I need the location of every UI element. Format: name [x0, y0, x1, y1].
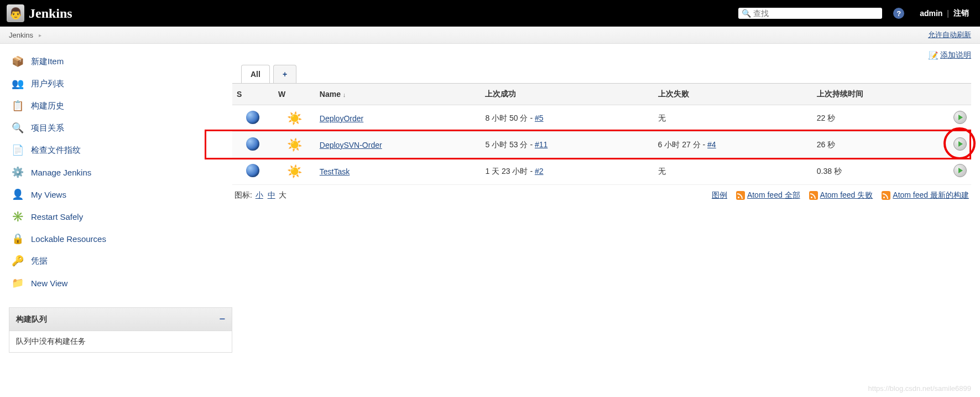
sidebar-item-2[interactable]: 📋构建历史 — [9, 95, 232, 117]
col-weather[interactable]: W — [274, 84, 315, 105]
sidebar: 📦新建Item👥用户列表📋构建历史🔍项目关系📄检查文件指纹⚙️Manage Je… — [0, 44, 232, 359]
task-label: 用户列表 — [31, 79, 64, 89]
auto-refresh-link[interactable]: 允许自动刷新 — [928, 30, 971, 40]
task-icon: 👥 — [11, 77, 24, 90]
task-label: Manage Jenkins — [31, 168, 91, 177]
sidebar-item-10[interactable]: 📁New View — [9, 272, 232, 294]
icon-size-medium[interactable]: 中 — [268, 190, 275, 199]
weather-sunny-icon[interactable]: ☀️ — [288, 112, 301, 125]
task-label: 构建历史 — [31, 101, 64, 111]
table-footer: 图标: 小 中 大 图例 Atom feed 全部 Atom feed 失败 A… — [232, 185, 971, 206]
sidebar-item-5[interactable]: ⚙️Manage Jenkins — [9, 161, 232, 183]
col-last-success[interactable]: 上次成功 — [481, 84, 653, 105]
jenkins-logo-icon: 👨 — [7, 4, 24, 22]
task-icon: 👤 — [11, 188, 24, 201]
schedule-build-button[interactable] — [953, 164, 967, 177]
col-status[interactable]: S — [232, 84, 274, 105]
status-ball-icon[interactable] — [246, 111, 259, 124]
user-link[interactable]: admin — [920, 9, 942, 18]
sidebar-item-0[interactable]: 📦新建Item — [9, 50, 232, 73]
sidebar-item-7[interactable]: ✳️Restart Safely — [9, 205, 232, 228]
rss-icon — [882, 191, 890, 200]
feed-links: 图例 Atom feed 全部 Atom feed 失败 Atom feed 最… — [712, 190, 969, 200]
build-link[interactable]: #5 — [535, 114, 544, 122]
legend-link[interactable]: 图例 — [712, 190, 727, 200]
panel-body: 队列中没有构建任务 — [9, 331, 232, 352]
rss-icon — [736, 191, 745, 200]
add-description-link[interactable]: 📝 添加说明 — [929, 50, 971, 60]
task-label: 新建Item — [31, 56, 64, 67]
job-link[interactable]: DeploySVN-Order — [320, 141, 382, 149]
task-icon: ⚙️ — [11, 166, 24, 179]
col-name[interactable]: Name ↓ — [315, 84, 481, 105]
task-icon: 🔒 — [11, 232, 24, 245]
weather-sunny-icon[interactable]: ☀️ — [288, 138, 301, 152]
icon-size-selector: 图标: 小 中 大 — [234, 190, 286, 200]
task-label: Lockable Resources — [31, 234, 106, 244]
task-label: Restart Safely — [31, 212, 83, 221]
panel-header: 构建队列 − — [9, 308, 232, 331]
task-icon: 📁 — [11, 276, 24, 290]
rss-icon — [809, 191, 818, 200]
icon-size-small[interactable]: 小 — [256, 190, 263, 199]
task-icon: 🔍 — [11, 121, 24, 135]
collapse-icon[interactable]: − — [219, 313, 225, 325]
task-icon: ✳️ — [11, 210, 24, 223]
weather-sunny-icon[interactable]: ☀️ — [288, 165, 301, 178]
logo-text: Jenkins — [29, 6, 72, 21]
col-last-failure[interactable]: 上次失败 — [654, 84, 812, 105]
main-content: 📝 添加说明 All + S W Name ↓ 上次成功 上次失败 上次持续时间 — [232, 44, 980, 359]
top-header: 👨 Jenkins 🔍 ? admin | 注销 — [0, 0, 980, 27]
sidebar-item-4[interactable]: 📄检查文件指纹 — [9, 139, 232, 161]
feed-failed[interactable]: Atom feed 失败 — [820, 190, 873, 199]
status-ball-icon[interactable] — [246, 164, 259, 177]
header-divider: | — [947, 9, 949, 18]
logout-link[interactable]: 注销 — [953, 8, 969, 18]
icon-size-large: 大 — [279, 190, 286, 199]
build-link[interactable]: #11 — [535, 140, 548, 149]
chevron-right-icon: ▸ — [39, 32, 41, 38]
sidebar-item-1[interactable]: 👥用户列表 — [9, 73, 232, 95]
build-queue-panel: 构建队列 − 队列中没有构建任务 — [9, 307, 232, 353]
task-label: New View — [31, 279, 67, 288]
feed-all[interactable]: Atom feed 全部 — [747, 190, 800, 199]
schedule-build-button[interactable] — [953, 137, 967, 151]
panel-title: 构建队列 — [16, 314, 47, 324]
sort-down-icon: ↓ — [343, 91, 346, 98]
feed-latest[interactable]: Atom feed 最新的构建 — [893, 190, 969, 199]
table-row: ☀️ TestTask 1 天 23 小时 - #2 无 0.38 秒 — [232, 158, 971, 185]
sidebar-item-3[interactable]: 🔍项目关系 — [9, 117, 232, 139]
tab-add[interactable]: + — [273, 65, 296, 83]
table-row: ☀️ DeployOrder 8 小时 50 分 - #5 无 22 秒 — [232, 105, 971, 132]
breadcrumb: Jenkins ▸ 允许自动刷新 — [0, 27, 980, 44]
search-input[interactable] — [753, 9, 879, 18]
build-link[interactable]: #2 — [535, 167, 544, 176]
add-description-label: 添加说明 — [940, 50, 971, 60]
task-label: My Views — [31, 190, 66, 199]
task-icon: 📄 — [11, 143, 24, 157]
search-box[interactable]: 🔍 — [738, 8, 882, 19]
job-table: S W Name ↓ 上次成功 上次失败 上次持续时间 ☀️ DeployOrd… — [232, 83, 971, 185]
col-duration[interactable]: 上次持续时间 — [812, 84, 937, 105]
task-icon: 📦 — [11, 55, 24, 68]
job-link[interactable]: TestTask — [320, 167, 350, 176]
icon-size-label: 图标: — [234, 190, 252, 199]
job-link[interactable]: DeployOrder — [320, 114, 363, 123]
breadcrumb-root[interactable]: Jenkins — [9, 31, 33, 39]
table-row: ☀️ DeploySVN-Order 5 小时 53 分 - #11 6 小时 … — [232, 132, 971, 158]
tab-all[interactable]: All — [241, 65, 270, 83]
edit-icon: 📝 — [929, 51, 938, 60]
task-icon: 🔑 — [11, 254, 24, 267]
help-icon[interactable]: ? — [893, 8, 904, 19]
build-link[interactable]: #4 — [707, 140, 716, 149]
view-tabs: All + — [232, 65, 971, 83]
logo-area[interactable]: 👨 Jenkins — [7, 4, 72, 22]
task-icon: 📋 — [11, 99, 24, 112]
sidebar-item-6[interactable]: 👤My Views — [9, 183, 232, 205]
task-label: 凭据 — [31, 256, 48, 266]
status-ball-icon[interactable] — [246, 137, 259, 151]
schedule-build-button[interactable] — [953, 111, 967, 124]
sidebar-item-8[interactable]: 🔒Lockable Resources — [9, 228, 232, 250]
task-label: 检查文件指纹 — [31, 145, 81, 156]
sidebar-item-9[interactable]: 🔑凭据 — [9, 250, 232, 272]
